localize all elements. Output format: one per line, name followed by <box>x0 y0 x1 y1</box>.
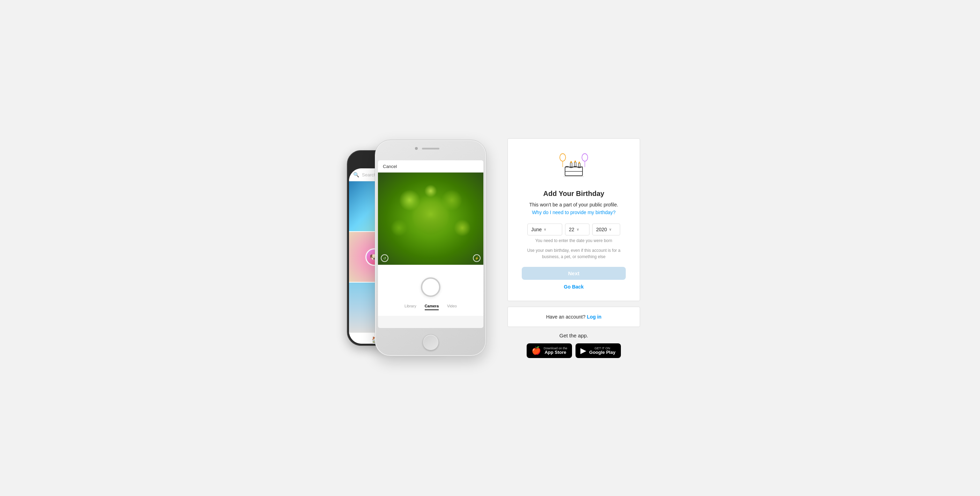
search-icon: 🔍 <box>353 172 359 177</box>
app-store-big-label: App Store <box>544 350 568 354</box>
google-play-text: GET IT ON Google Play <box>589 346 615 355</box>
get-app-title: Get the app. <box>508 333 640 338</box>
camera-preview: ↺ ⚡ <box>378 172 484 265</box>
month-select[interactable]: June ∨ <box>527 223 562 235</box>
apple-icon: 🍎 <box>531 347 541 354</box>
store-buttons: 🍎 Download on the App Store ▶ GET IT ON … <box>508 343 640 358</box>
svg-point-11 <box>579 161 580 163</box>
flash-icon[interactable]: ⚡ <box>473 254 480 262</box>
page-container: 🔍 Search WATCHVideo 🐶 <box>246 138 734 358</box>
svg-rect-8 <box>578 163 580 167</box>
svg-point-2 <box>582 153 588 161</box>
google-play-big-label: Google Play <box>589 350 615 354</box>
flip-camera-icon[interactable]: ↺ <box>381 254 388 262</box>
get-app-section: Get the app. 🍎 Download on the App Store… <box>508 333 640 358</box>
next-button[interactable]: Next <box>522 267 626 280</box>
birthday-icon-container <box>556 150 591 183</box>
google-play-icon: ▶ <box>581 346 586 355</box>
app-store-button[interactable]: 🍎 Download on the App Store <box>527 343 573 358</box>
camera-tabs: Library Camera Video <box>383 304 478 310</box>
year-value: 2020 <box>596 227 607 232</box>
month-chevron-icon: ∨ <box>544 227 546 231</box>
library-tab[interactable]: Library <box>404 304 416 310</box>
cancel-button[interactable]: Cancel <box>383 164 397 169</box>
phone-front-screen: Cancel ↺ ⚡ <box>378 160 484 328</box>
phones-section: 🔍 Search WATCHVideo 🐶 <box>340 140 487 356</box>
camera-bottom: Library Camera Video <box>378 265 484 316</box>
have-account-text: Have an account? <box>546 314 585 320</box>
app-store-text: Download on the App Store <box>544 346 568 355</box>
day-select[interactable]: 22 ∨ <box>565 223 589 235</box>
svg-point-9 <box>570 161 572 163</box>
birthday-link[interactable]: Why do I need to provide my birthday? <box>532 210 616 215</box>
succulent-photo: ↺ ⚡ <box>378 172 484 265</box>
video-tab[interactable]: Video <box>447 304 457 310</box>
succulent-petals <box>378 172 484 265</box>
birthday-disclaimer: Use your own birthday, even if this acco… <box>525 247 623 260</box>
right-panel: Add Your Birthday This won't be a part o… <box>508 138 640 358</box>
shutter-area <box>421 270 441 304</box>
phone-speaker <box>422 148 439 150</box>
date-selectors: June ∨ 22 ∨ 2020 ∨ <box>527 223 620 235</box>
day-value: 22 <box>569 227 574 232</box>
svg-point-0 <box>560 153 566 161</box>
shutter-button[interactable] <box>421 278 441 297</box>
birthday-card: Add Your Birthday This won't be a part o… <box>508 138 640 301</box>
birthday-subtitle: This won't be a part of your public prof… <box>530 202 619 207</box>
camera-ui: Cancel ↺ ⚡ <box>378 160 484 328</box>
birthday-title: Add Your Birthday <box>543 190 605 198</box>
camera-header: Cancel <box>378 160 484 172</box>
login-link[interactable]: Log in <box>587 314 601 320</box>
day-chevron-icon: ∨ <box>577 227 579 231</box>
birthday-cake-icon <box>556 150 591 181</box>
go-back-button[interactable]: Go Back <box>564 284 584 290</box>
svg-point-10 <box>574 160 576 163</box>
google-play-button[interactable]: ▶ GET IT ON Google Play <box>576 343 621 358</box>
month-value: June <box>531 227 542 232</box>
date-error-message: You need to enter the date you were born <box>535 238 612 243</box>
year-chevron-icon: ∨ <box>609 227 611 231</box>
phone-front: Cancel ↺ ⚡ <box>375 140 487 356</box>
search-placeholder: Search <box>362 172 376 177</box>
year-select[interactable]: 2020 ∨ <box>592 223 620 235</box>
home-button[interactable] <box>423 334 439 350</box>
svg-rect-6 <box>570 163 572 167</box>
front-camera <box>415 147 418 150</box>
camera-tab[interactable]: Camera <box>425 304 439 310</box>
login-card: Have an account? Log in <box>508 307 640 327</box>
